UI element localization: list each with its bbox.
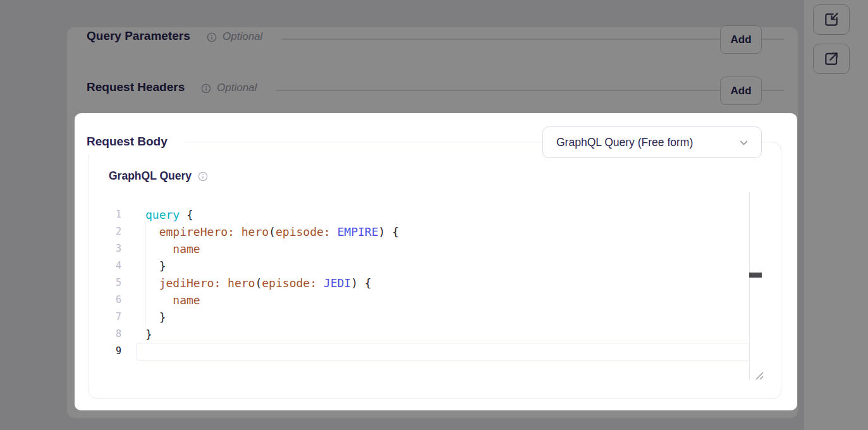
line-number: 6 (89, 292, 121, 309)
line-number: 4 (89, 257, 121, 274)
graphql-query-label-row: GraphQL Query (109, 169, 208, 183)
line-number: 7 (89, 309, 121, 326)
arrow-in-square-icon (823, 11, 840, 28)
code-line: 3 name (89, 240, 762, 257)
open-external-button[interactable] (813, 44, 850, 74)
external-link-icon (823, 51, 840, 67)
add-query-parameter-button[interactable]: Add (720, 25, 762, 54)
graphql-query-label: GraphQL Query (109, 169, 192, 183)
info-icon (198, 171, 208, 181)
line-number: 1 (89, 206, 121, 223)
request-body-label: Request Body (87, 135, 168, 149)
editor-scrollbar-thumb[interactable] (749, 273, 762, 278)
code-line: 7 } (89, 309, 762, 326)
code-text: } (145, 309, 166, 326)
code-line: 5 jediHero: hero(episode: JEDI) { (89, 274, 762, 292)
line-number: 3 (89, 240, 121, 257)
code-line: 8} (89, 326, 762, 343)
code-line: 6 name (89, 292, 762, 309)
line-number: 2 (89, 223, 121, 240)
info-icon (207, 32, 217, 42)
code-text: name (145, 240, 200, 257)
resize-handle-icon[interactable] (754, 370, 764, 381)
request-headers-optional-badge: Optional (217, 82, 257, 94)
request-body-heading-wrap: Request Body (75, 129, 184, 154)
add-request-header-button[interactable]: Add (720, 77, 762, 105)
query-parameters-optional-badge: Optional (223, 30, 262, 43)
request-body-card: GraphQL Query 1query {2 empireHero: hero… (89, 142, 781, 399)
side-toolbar (804, 0, 868, 430)
graphql-code-editor[interactable]: 1query {2 empireHero: hero(episode: EMPI… (89, 206, 762, 360)
line-number: 5 (89, 274, 121, 292)
code-text: empireHero: hero(episode: EMPIRE) { (145, 223, 399, 240)
code-line: 1query { (89, 206, 762, 223)
info-icon (201, 83, 211, 94)
code-line: 9 (89, 343, 762, 360)
body-type-selected-value: GraphQL Query (Free form) (556, 136, 738, 149)
body-type-select[interactable]: GraphQL Query (Free form) (542, 126, 762, 158)
chevron-down-icon (738, 137, 750, 149)
code-line: 4 } (89, 257, 762, 274)
query-parameters-label: Query Parameters (87, 29, 190, 43)
code-line: 2 empireHero: hero(episode: EMPIRE) { (89, 223, 762, 240)
line-number: 9 (89, 343, 121, 360)
editor-scrollbar-track[interactable] (749, 192, 762, 380)
request-headers-label: Request Headers (87, 80, 185, 94)
edit-in-panel-button[interactable] (813, 4, 850, 35)
tour-spotlight-request-body: Request Body GraphQL Query (Free form) G… (75, 113, 797, 410)
code-text: } (145, 257, 166, 274)
line-number: 8 (89, 326, 121, 343)
code-text: name (145, 292, 200, 309)
code-text: jediHero: hero(episode: JEDI) { (145, 274, 372, 292)
divider (276, 90, 784, 91)
code-text: query { (145, 206, 193, 223)
code-text: } (145, 326, 152, 343)
divider (281, 39, 784, 40)
